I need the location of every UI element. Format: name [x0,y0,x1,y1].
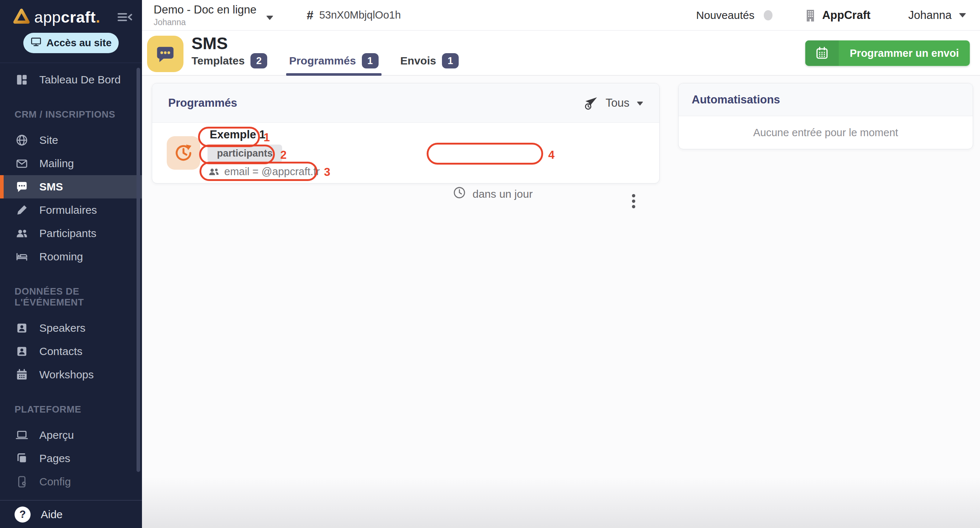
sidebar-item-apercu[interactable]: Aperçu [0,423,142,447]
chevron-down-icon [959,13,966,17]
appcraft-logo-text[interactable]: appcraft. [34,8,100,26]
dashboard-icon [14,73,29,86]
access-site-label: Accès au site [46,37,112,49]
scheduled-list: Exemple 1 participants email = @appcraft… [152,123,659,183]
access-site-button[interactable]: Accès au site [23,33,119,53]
section-event-data: DONNÉES DE L'ÉVÉNEMENT [14,286,142,308]
chevron-down-icon [266,16,274,20]
item-actions-menu[interactable] [632,194,635,208]
scheduled-item-audience: email = @appcraft.fr [207,166,320,178]
scheduled-filter-dropdown[interactable]: Tous [583,96,643,110]
calendar-icon [14,369,29,381]
laptop-icon [14,429,29,441]
hash-icon: # [307,8,313,22]
news-link[interactable]: Nouveautés [696,9,754,21]
sidebar-item-participants[interactable]: Participants [0,222,142,245]
automations-panel: Automatisations Aucune entrée pour le mo… [678,83,973,149]
collapse-sidebar-icon[interactable] [117,11,132,23]
chat-bubble-icon [14,181,29,193]
news-badge-dot [764,10,773,21]
people-icon [208,167,220,177]
page-title: SMS [191,33,228,53]
sidebar-item-pages[interactable]: Pages [0,447,142,470]
building-icon [805,9,816,21]
tab-programmes[interactable]: Programmés 1 [289,53,378,75]
send-clock-icon [583,96,598,110]
scheduled-item-time: dans un jour [453,186,533,202]
automations-panel-title: Automatisations [692,93,780,107]
scheduled-item-name: Exemple 1 [207,128,320,141]
sidebar-item-aide[interactable]: ? Aide [0,500,142,528]
help-icon: ? [14,507,30,523]
org-switcher[interactable]: AppCraft [805,9,870,22]
bed-icon [14,251,29,263]
envelope-icon [14,157,29,170]
sidebar-item-sms[interactable]: SMS [0,175,142,199]
pages-stack-icon [14,452,29,464]
sidebar-item-mailing[interactable]: Mailing [0,152,142,175]
sidebar-item-rooming[interactable]: Rooming [0,245,142,268]
appcraft-logo-icon[interactable] [13,8,34,26]
schedule-send-label: Programmer un envoi [839,40,970,66]
sidebar-scrollbar[interactable] [137,68,140,472]
user-name: Johanna [908,9,951,22]
scheduled-filter-label: Tous [606,97,629,110]
user-menu[interactable]: Johanna [908,9,966,22]
org-name: AppCraft [822,9,870,22]
tab-templates-count-badge: 2 [250,53,267,68]
sidebar-item-dashboard[interactable]: Tableau De Bord [0,68,142,91]
sidebar-item-contacts[interactable]: Contacts [0,340,142,363]
calendar-icon [805,40,839,66]
schedule-send-button[interactable]: Programmer un envoi [805,40,970,66]
sms-module-icon [147,36,183,72]
people-icon [14,227,29,240]
tab-programmes-count-badge: 1 [362,53,379,68]
event-owner: Johanna [154,17,257,27]
contact-card-icon [14,345,29,358]
sidebar-nav: Tableau De Bord CRM / INSCRIPTIONS Site … [0,63,142,517]
badge-person-icon [14,322,29,334]
tab-envois[interactable]: Envois 1 [401,53,459,75]
sidebar-item-site[interactable]: Site [0,129,142,152]
tab-envois-count-badge: 1 [442,53,459,68]
page-header: SMS Templates 2 Programmés 1 Envois 1 Pr… [142,30,980,76]
chevron-down-icon [637,102,643,106]
sidebar-item-workshops[interactable]: Workshops [0,363,142,386]
bottom-shade [142,477,980,528]
sidebar-item-config[interactable]: Config [0,470,142,493]
sidebar-header: appcraft. Accès au site [0,0,142,63]
automations-empty-message: Aucune entrée pour le moment [753,127,898,139]
section-plateforme: PLATEFORME [14,404,142,415]
event-id-value: 53nX0MbjqlOo1h [319,9,401,21]
scheduled-item-template-tag: participants [207,145,282,162]
scheduled-item[interactable]: Exemple 1 participants email = @appcraft… [207,128,320,178]
clock-icon [453,186,466,202]
scheduled-panel: Programmés Tous Exemple 1 participants [152,83,660,183]
main-content: Programmés Tous Exemple 1 participants [142,76,980,528]
scheduled-panel-title: Programmés [168,97,237,110]
event-switcher[interactable]: Demo - Doc en ligne Johanna [154,3,274,27]
topbar: Demo - Doc en ligne Johanna # 53nX0Mbjql… [142,0,980,30]
recurring-schedule-icon [167,136,200,170]
section-crm-inscriptions: CRM / INSCRIPTIONS [14,109,142,120]
sidebar-item-formulaires[interactable]: Formulaires [0,199,142,222]
tab-templates[interactable]: Templates 2 [191,53,267,75]
device-gear-icon [14,476,29,488]
event-id: # 53nX0MbjqlOo1h [307,8,401,22]
monitor-icon [30,37,41,50]
sidebar: appcraft. Accès au site Tableau De [0,0,142,528]
sidebar-item-speakers[interactable]: Speakers [0,316,142,340]
event-name: Demo - Doc en ligne [154,3,257,16]
globe-icon [14,134,29,146]
pencil-icon [14,204,29,216]
tabs: Templates 2 Programmés 1 Envois 1 [191,53,459,75]
